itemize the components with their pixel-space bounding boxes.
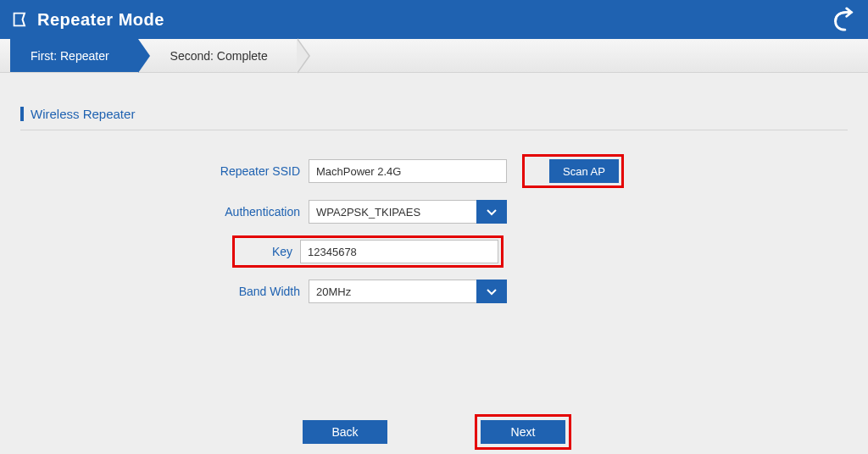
app-logo-icon bbox=[10, 10, 29, 29]
auth-value: WPA2PSK_TKIPAES bbox=[309, 200, 476, 224]
return-icon[interactable] bbox=[831, 7, 856, 32]
wizard-step-repeater[interactable]: First: Repeater bbox=[10, 39, 138, 72]
footer-actions: Back Next bbox=[0, 420, 868, 444]
row-ssid: Repeater SSID Scan AP bbox=[20, 154, 848, 188]
scan-ap-button[interactable]: Scan AP bbox=[549, 159, 619, 183]
app-header: Repeater Mode bbox=[0, 0, 868, 39]
wizard-step-label: First: Repeater bbox=[31, 49, 109, 63]
wizard-step-label: Second: Complete bbox=[170, 49, 268, 63]
auth-select[interactable]: WPA2PSK_TKIPAES bbox=[309, 200, 507, 224]
page-title: Repeater Mode bbox=[37, 10, 164, 30]
key-input[interactable] bbox=[300, 240, 498, 263]
chevron-down-icon[interactable] bbox=[476, 280, 507, 303]
highlight-box: Next bbox=[475, 414, 571, 450]
key-label: Key bbox=[272, 245, 300, 258]
ssid-label: Repeater SSID bbox=[20, 164, 309, 178]
highlight-box: Scan AP bbox=[522, 154, 624, 188]
wizard-step-complete[interactable]: Second: Complete bbox=[150, 39, 297, 72]
bandwidth-label: Band Width bbox=[20, 285, 309, 298]
section-divider bbox=[20, 130, 848, 130]
main-content: Wireless Repeater Repeater SSID Scan AP … bbox=[0, 73, 868, 303]
chevron-down-icon[interactable] bbox=[476, 200, 507, 224]
ssid-input[interactable] bbox=[309, 159, 507, 183]
section-heading: Wireless Repeater bbox=[20, 107, 848, 121]
back-button[interactable]: Back bbox=[303, 420, 387, 444]
bandwidth-select[interactable]: 20MHz bbox=[309, 280, 507, 303]
auth-label: Authentication bbox=[20, 205, 309, 219]
bandwidth-value: 20MHz bbox=[309, 280, 476, 303]
next-button[interactable]: Next bbox=[481, 420, 565, 444]
wizard-breadcrumb: First: Repeater Second: Complete bbox=[0, 39, 868, 73]
row-auth: Authentication WPA2PSK_TKIPAES bbox=[20, 200, 848, 224]
row-bandwidth: Band Width 20MHz bbox=[20, 280, 848, 303]
row-key: Key bbox=[20, 235, 848, 268]
highlight-box: Key bbox=[232, 235, 504, 268]
